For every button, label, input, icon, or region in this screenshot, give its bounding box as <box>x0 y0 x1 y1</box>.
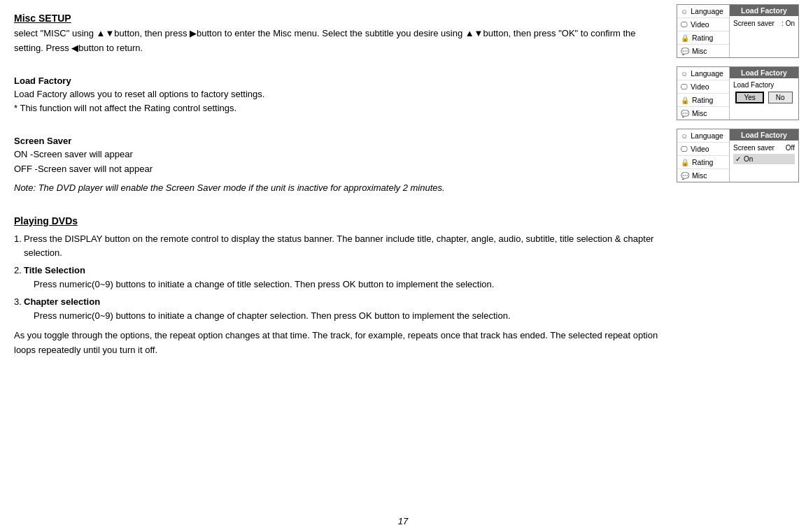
item3-body: Press numeric(0~9) buttons to initiate a… <box>24 309 665 323</box>
panel1-content: Screen saver : On <box>730 16 798 57</box>
playing-dvds-para: As you toggle through the options, the r… <box>14 329 665 358</box>
playing-dvds-section: Playing DVDs 1.Press the DISPLAY button … <box>14 215 665 358</box>
rating-icon: 🔒 <box>681 34 689 42</box>
panel3-rating-icon: 🔒 <box>681 159 689 166</box>
panel2-right: Load Factory Load Factory Yes No <box>730 67 798 120</box>
item3-title: Chapter selection <box>24 296 100 307</box>
panel3-misc-item: 💬 Misc <box>677 169 729 182</box>
panel2-buttons: Yes No <box>733 92 795 103</box>
panel3-rating-label: Rating <box>692 158 713 166</box>
main-content: Misc SETUP select "MISC" using ▲▼button,… <box>0 0 679 371</box>
panel1-video-label: Video <box>691 20 709 29</box>
panel3-misc-icon: 💬 <box>681 172 689 180</box>
list-item-3: 3.Chapter selection Press numeric(0~9) b… <box>14 295 665 323</box>
panel1-screen-saver-row: Screen saver : On <box>733 19 795 28</box>
item2-title: Title Selection <box>24 265 85 275</box>
panel3-content: Screen saver Off ✓ On <box>730 141 798 182</box>
panel-screen-saver: ☺ Language 🖵 Video 🔒 Rating 💬 Misc Load … <box>677 129 799 182</box>
panel1-container: ☺ Language 🖵 Video 🔒 Rating 💬 Misc Load … <box>677 5 798 57</box>
load-factory-note: * This function will not affect the Rati… <box>14 101 665 116</box>
screen-saver-on: ON -Screen saver will appear <box>14 148 665 162</box>
panel2-language-icon: ☺ <box>681 70 688 78</box>
misc-setup-title: Misc SETUP <box>14 13 665 24</box>
list-item-2: 2.Title Selection Press numeric(0~9) but… <box>14 264 665 292</box>
load-factory-section: Load Factory Load Factory allows you to … <box>14 76 665 117</box>
list-item-1: 1.Press the DISPLAY button on the remote… <box>14 232 665 260</box>
panel1-misc-label: Misc <box>692 47 707 55</box>
panel1-rating-label: Rating <box>692 34 713 42</box>
panel1-video-item: 🖵 Video <box>677 18 729 31</box>
panel3-content-label: Screen saver <box>733 144 775 152</box>
panel2-title: Load Factory <box>730 67 798 78</box>
load-factory-description: Load Factory allows you to reset all opt… <box>14 87 665 102</box>
panel3-option-off: Off <box>786 144 795 152</box>
panel3-video-item: 🖵 Video <box>677 143 729 156</box>
item2-body: Press numeric(0~9) buttons to initiate a… <box>24 278 665 292</box>
screen-saver-section: Screen Saver ON -Screen saver will appea… <box>14 136 665 195</box>
panel1-content-label: Screen saver <box>733 20 775 27</box>
misc-setup-section: Misc SETUP select "MISC" using ▲▼button,… <box>14 13 665 56</box>
panels-column: ☺ Language 🖵 Video 🔒 Rating 💬 Misc Load … <box>677 0 799 182</box>
panel2-rating-item: 🔒 Rating <box>677 94 729 107</box>
misc-icon: 💬 <box>681 48 689 55</box>
panel3-right: Load Factory Screen saver Off ✓ On <box>730 129 798 182</box>
panel3-language-label: Language <box>691 131 723 140</box>
panel1-menu-list: ☺ Language 🖵 Video 🔒 Rating 💬 Misc <box>677 5 730 57</box>
load-factory-title: Load Factory <box>14 76 665 86</box>
page-number: 17 <box>398 516 408 526</box>
panel2-misc-item: 💬 Misc <box>677 107 729 120</box>
panel3-video-label: Video <box>691 145 709 153</box>
panel1-rating-item: 🔒 Rating <box>677 31 729 45</box>
panel3-title: Load Factory <box>730 129 798 141</box>
panel2-misc-label: Misc <box>692 109 707 117</box>
panel1-language-label: Language <box>691 7 723 15</box>
panel1-misc-item: 💬 Misc <box>677 45 729 57</box>
panel3-option-on-row: ✓ On <box>733 154 795 164</box>
playing-dvds-title: Playing DVDs <box>14 215 665 227</box>
panel3-container: ☺ Language 🖵 Video 🔒 Rating 💬 Misc Load … <box>677 129 798 182</box>
panel2-rating-label: Rating <box>692 96 713 104</box>
panel2-misc-icon: 💬 <box>681 110 689 117</box>
panel1-right: Load Factory Screen saver : On <box>730 5 798 57</box>
panel3-language-item: ☺ Language <box>677 129 729 143</box>
panel2-language-label: Language <box>691 69 723 78</box>
panel2-menu-list: ☺ Language 🖵 Video 🔒 Rating 💬 Misc <box>677 67 730 120</box>
panel3-misc-label: Misc <box>692 171 707 180</box>
panel2-language-item: ☺ Language <box>677 67 729 80</box>
panel3-rating-item: 🔒 Rating <box>677 156 729 169</box>
panel-misc-setup: ☺ Language 🖵 Video 🔒 Rating 💬 Misc Load … <box>677 4 799 58</box>
panel3-option-on-label: On <box>744 155 753 163</box>
panel2-container: ☺ Language 🖵 Video 🔒 Rating 💬 Misc Load … <box>677 67 798 120</box>
panel3-language-icon: ☺ <box>681 132 688 140</box>
misc-setup-description: select "MISC" using ▲▼button, then press… <box>14 27 665 56</box>
panel3-video-icon: 🖵 <box>681 145 688 153</box>
video-icon: 🖵 <box>681 21 688 29</box>
screen-saver-note: Note: The DVD player will enable the Scr… <box>14 181 665 196</box>
item1-text: Press the DISPLAY button on the remote c… <box>24 233 653 258</box>
panel2-rating-icon: 🔒 <box>681 96 689 104</box>
panel2-dialog-label: Load Factory <box>733 81 795 89</box>
checkmark-icon: ✓ <box>735 155 741 163</box>
panel1-content-value: : On <box>782 20 795 27</box>
panel1-language-item: ☺ Language <box>677 5 729 18</box>
panel3-menu-list: ☺ Language 🖵 Video 🔒 Rating 💬 Misc <box>677 129 730 182</box>
panel3-screen-saver-row: Screen saver Off <box>733 143 795 152</box>
panel-load-factory: ☺ Language 🖵 Video 🔒 Rating 💬 Misc Load … <box>677 66 799 120</box>
panel2-dialog: Load Factory Yes No <box>730 78 798 106</box>
language-icon: ☺ <box>681 8 688 15</box>
panel2-video-item: 🖵 Video <box>677 80 729 94</box>
screen-saver-off: OFF -Screen saver will not appear <box>14 162 665 177</box>
panel1-title: Load Factory <box>730 5 798 16</box>
yes-button[interactable]: Yes <box>735 92 763 103</box>
screen-saver-title: Screen Saver <box>14 136 665 146</box>
panel2-video-icon: 🖵 <box>681 83 688 91</box>
panel2-video-label: Video <box>691 82 709 91</box>
no-button[interactable]: No <box>768 92 793 103</box>
